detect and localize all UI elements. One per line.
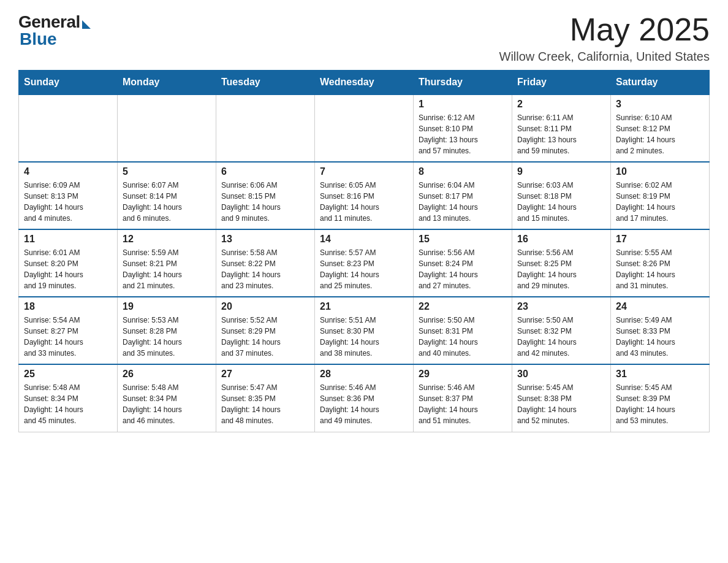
- calendar-cell: 22Sunrise: 5:50 AMSunset: 8:31 PMDayligh…: [414, 297, 512, 364]
- day-number: 1: [419, 99, 507, 110]
- column-header-wednesday: Wednesday: [315, 71, 414, 95]
- calendar-cell: 3Sunrise: 6:10 AMSunset: 8:12 PMDaylight…: [611, 94, 710, 162]
- calendar-cell: [315, 94, 414, 162]
- day-info: Sunrise: 6:02 AMSunset: 8:19 PMDaylight:…: [616, 180, 704, 224]
- calendar-cell: 23Sunrise: 5:50 AMSunset: 8:32 PMDayligh…: [512, 297, 611, 364]
- calendar-cell: 5Sunrise: 6:07 AMSunset: 8:14 PMDaylight…: [118, 162, 216, 229]
- calendar-week-row: 4Sunrise: 6:09 AMSunset: 8:13 PMDaylight…: [19, 162, 710, 229]
- day-number: 29: [419, 369, 507, 380]
- calendar-cell: 18Sunrise: 5:54 AMSunset: 8:27 PMDayligh…: [19, 297, 118, 364]
- day-number: 8: [419, 166, 507, 177]
- calendar-cell: 7Sunrise: 6:05 AMSunset: 8:16 PMDaylight…: [315, 162, 414, 229]
- calendar-cell: 27Sunrise: 5:47 AMSunset: 8:35 PMDayligh…: [216, 364, 315, 432]
- calendar-cell: 20Sunrise: 5:52 AMSunset: 8:29 PMDayligh…: [216, 297, 315, 364]
- day-info: Sunrise: 5:48 AMSunset: 8:34 PMDaylight:…: [24, 382, 112, 426]
- day-info: Sunrise: 6:05 AMSunset: 8:16 PMDaylight:…: [320, 180, 408, 224]
- calendar-week-row: 18Sunrise: 5:54 AMSunset: 8:27 PMDayligh…: [19, 297, 710, 364]
- column-header-thursday: Thursday: [414, 71, 512, 95]
- day-info: Sunrise: 5:48 AMSunset: 8:34 PMDaylight:…: [123, 382, 211, 426]
- calendar-cell: 13Sunrise: 5:58 AMSunset: 8:22 PMDayligh…: [216, 229, 315, 297]
- day-number: 2: [517, 99, 605, 110]
- day-number: 20: [221, 301, 309, 312]
- day-info: Sunrise: 6:07 AMSunset: 8:14 PMDaylight:…: [123, 180, 211, 224]
- day-number: 7: [320, 166, 408, 177]
- day-info: Sunrise: 6:01 AMSunset: 8:20 PMDaylight:…: [24, 247, 112, 291]
- calendar-cell: 10Sunrise: 6:02 AMSunset: 8:19 PMDayligh…: [611, 162, 710, 229]
- calendar-cell: 17Sunrise: 5:55 AMSunset: 8:26 PMDayligh…: [611, 229, 710, 297]
- day-number: 23: [517, 301, 605, 312]
- day-number: 19: [123, 301, 211, 312]
- calendar-cell: 29Sunrise: 5:46 AMSunset: 8:37 PMDayligh…: [414, 364, 512, 432]
- day-info: Sunrise: 6:06 AMSunset: 8:15 PMDaylight:…: [221, 180, 309, 224]
- day-info: Sunrise: 5:51 AMSunset: 8:30 PMDaylight:…: [320, 315, 408, 359]
- calendar-cell: 30Sunrise: 5:45 AMSunset: 8:38 PMDayligh…: [512, 364, 611, 432]
- calendar-cell: 12Sunrise: 5:59 AMSunset: 8:21 PMDayligh…: [118, 229, 216, 297]
- calendar-cell: 31Sunrise: 5:45 AMSunset: 8:39 PMDayligh…: [611, 364, 710, 432]
- day-info: Sunrise: 5:52 AMSunset: 8:29 PMDaylight:…: [221, 315, 309, 359]
- column-header-sunday: Sunday: [19, 71, 118, 95]
- day-info: Sunrise: 5:54 AMSunset: 8:27 PMDaylight:…: [24, 315, 112, 359]
- day-info: Sunrise: 6:04 AMSunset: 8:17 PMDaylight:…: [419, 180, 507, 224]
- calendar-week-row: 11Sunrise: 6:01 AMSunset: 8:20 PMDayligh…: [19, 229, 710, 297]
- day-info: Sunrise: 5:45 AMSunset: 8:39 PMDaylight:…: [616, 382, 704, 426]
- calendar-week-row: 1Sunrise: 6:12 AMSunset: 8:10 PMDaylight…: [19, 94, 710, 162]
- day-info: Sunrise: 5:45 AMSunset: 8:38 PMDaylight:…: [517, 382, 605, 426]
- calendar-header-row: SundayMondayTuesdayWednesdayThursdayFrid…: [19, 71, 710, 95]
- day-info: Sunrise: 5:50 AMSunset: 8:31 PMDaylight:…: [419, 315, 507, 359]
- day-info: Sunrise: 5:56 AMSunset: 8:24 PMDaylight:…: [419, 247, 507, 291]
- day-info: Sunrise: 5:59 AMSunset: 8:21 PMDaylight:…: [123, 247, 211, 291]
- calendar-cell: 4Sunrise: 6:09 AMSunset: 8:13 PMDaylight…: [19, 162, 118, 229]
- day-number: 31: [616, 369, 704, 380]
- column-header-tuesday: Tuesday: [216, 71, 315, 95]
- calendar-cell: [118, 94, 216, 162]
- calendar-cell: 8Sunrise: 6:04 AMSunset: 8:17 PMDaylight…: [414, 162, 512, 229]
- calendar-cell: 9Sunrise: 6:03 AMSunset: 8:18 PMDaylight…: [512, 162, 611, 229]
- day-number: 24: [616, 301, 704, 312]
- title-block: May 2025 Willow Creek, California, Unite…: [499, 12, 710, 64]
- calendar-cell: [19, 94, 118, 162]
- day-number: 6: [221, 166, 309, 177]
- month-year-title: May 2025: [499, 12, 710, 47]
- day-info: Sunrise: 5:55 AMSunset: 8:26 PMDaylight:…: [616, 247, 704, 291]
- day-number: 22: [419, 301, 507, 312]
- day-number: 15: [419, 234, 507, 245]
- day-info: Sunrise: 6:11 AMSunset: 8:11 PMDaylight:…: [517, 112, 605, 156]
- calendar-cell: 21Sunrise: 5:51 AMSunset: 8:30 PMDayligh…: [315, 297, 414, 364]
- day-number: 28: [320, 369, 408, 380]
- calendar-cell: 16Sunrise: 5:56 AMSunset: 8:25 PMDayligh…: [512, 229, 611, 297]
- calendar-cell: 14Sunrise: 5:57 AMSunset: 8:23 PMDayligh…: [315, 229, 414, 297]
- column-header-monday: Monday: [118, 71, 216, 95]
- day-number: 27: [221, 369, 309, 380]
- day-info: Sunrise: 6:03 AMSunset: 8:18 PMDaylight:…: [517, 180, 605, 224]
- logo: General Blue: [18, 12, 91, 49]
- day-number: 13: [221, 234, 309, 245]
- day-number: 5: [123, 166, 211, 177]
- calendar-cell: 28Sunrise: 5:46 AMSunset: 8:36 PMDayligh…: [315, 364, 414, 432]
- day-number: 4: [24, 166, 112, 177]
- calendar-cell: 2Sunrise: 6:11 AMSunset: 8:11 PMDaylight…: [512, 94, 611, 162]
- column-header-friday: Friday: [512, 71, 611, 95]
- day-number: 10: [616, 166, 704, 177]
- calendar-cell: 24Sunrise: 5:49 AMSunset: 8:33 PMDayligh…: [611, 297, 710, 364]
- day-info: Sunrise: 5:53 AMSunset: 8:28 PMDaylight:…: [123, 315, 211, 359]
- day-number: 9: [517, 166, 605, 177]
- page-header: General Blue May 2025 Willow Creek, Cali…: [18, 12, 710, 64]
- day-info: Sunrise: 5:46 AMSunset: 8:36 PMDaylight:…: [320, 382, 408, 426]
- day-info: Sunrise: 5:47 AMSunset: 8:35 PMDaylight:…: [221, 382, 309, 426]
- day-info: Sunrise: 5:56 AMSunset: 8:25 PMDaylight:…: [517, 247, 605, 291]
- calendar-cell: 25Sunrise: 5:48 AMSunset: 8:34 PMDayligh…: [19, 364, 118, 432]
- day-info: Sunrise: 6:12 AMSunset: 8:10 PMDaylight:…: [419, 112, 507, 156]
- day-number: 26: [123, 369, 211, 380]
- day-number: 30: [517, 369, 605, 380]
- calendar-table: SundayMondayTuesdayWednesdayThursdayFrid…: [18, 70, 710, 432]
- calendar-cell: 11Sunrise: 6:01 AMSunset: 8:20 PMDayligh…: [19, 229, 118, 297]
- day-number: 17: [616, 234, 704, 245]
- location-subtitle: Willow Creek, California, United States: [499, 50, 710, 64]
- calendar-cell: 1Sunrise: 6:12 AMSunset: 8:10 PMDaylight…: [414, 94, 512, 162]
- calendar-week-row: 25Sunrise: 5:48 AMSunset: 8:34 PMDayligh…: [19, 364, 710, 432]
- day-number: 14: [320, 234, 408, 245]
- day-number: 12: [123, 234, 211, 245]
- day-number: 18: [24, 301, 112, 312]
- calendar-cell: 19Sunrise: 5:53 AMSunset: 8:28 PMDayligh…: [118, 297, 216, 364]
- calendar-cell: 15Sunrise: 5:56 AMSunset: 8:24 PMDayligh…: [414, 229, 512, 297]
